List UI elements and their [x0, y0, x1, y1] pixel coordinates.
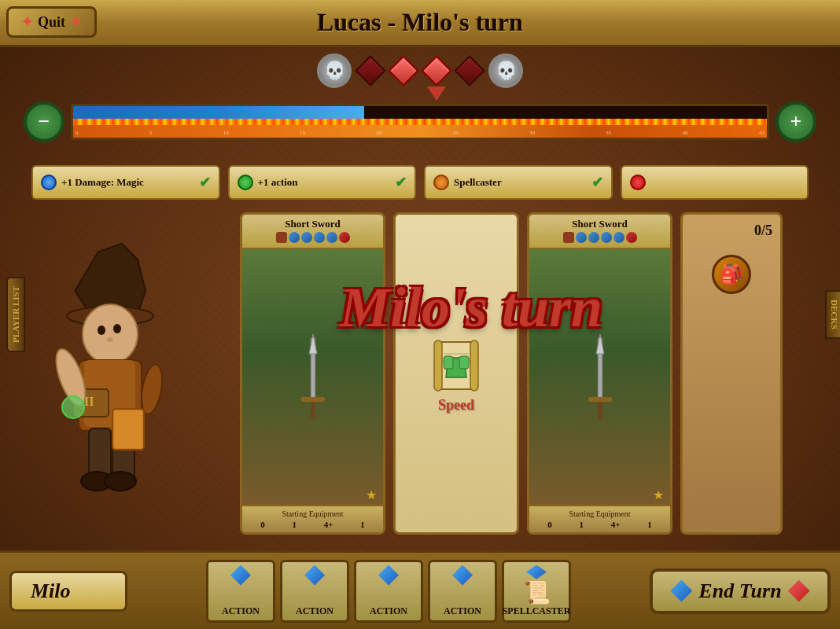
card-header-2: Short Sword — [529, 215, 670, 249]
status-badge-spellcaster: Spellcaster ✔ — [424, 165, 613, 200]
end-turn-gem-red — [788, 580, 810, 602]
svg-point-5 — [107, 337, 113, 342]
num-15: 15 — [300, 130, 305, 136]
stat-1-0: 0 — [260, 520, 265, 529]
card-icon-blue2 — [301, 232, 312, 243]
action-label-3: ACTION — [370, 605, 407, 617]
card-icon-cross-2 — [563, 232, 574, 243]
num-30: 30 — [529, 130, 535, 136]
num-43: 43 — [759, 130, 764, 136]
skull-right-icon: 💀 — [488, 53, 523, 88]
action-button-4[interactable]: ACTION — [428, 560, 497, 623]
card-icon-red — [339, 232, 350, 243]
svg-point-15 — [105, 472, 136, 491]
turn-arrow — [427, 86, 446, 101]
top-bar: Lucas - Milo's turn — [0, 0, 840, 47]
svg-rect-22 — [311, 402, 315, 419]
card-speed[interactable]: Speed — [393, 212, 519, 535]
card-title-1: Short Sword — [247, 218, 378, 230]
svg-rect-17 — [114, 410, 142, 448]
decks-tab[interactable]: DECKS — [825, 290, 840, 339]
card-icon-cross — [276, 232, 287, 243]
action-gem-3 — [378, 565, 399, 586]
svg-rect-35 — [598, 402, 602, 419]
check-spellcaster: ✔ — [591, 174, 603, 191]
stat-2-0: 0 — [547, 520, 552, 529]
action-button-2[interactable]: ACTION — [280, 560, 349, 623]
status-badge-action: +1 action ✔ — [228, 165, 417, 200]
end-turn-gem-blue — [670, 580, 692, 602]
num-0: 0 — [76, 130, 79, 136]
action-buttons: ACTION ACTION ACTION ACTION 📜 SPELLCASTE… — [134, 560, 643, 623]
player-name: Milo — [31, 579, 106, 603]
card-short-sword-2[interactable]: Short Sword ★ Starting Equipment 0 — [527, 212, 672, 535]
quit-right-icon: ✦ — [70, 13, 82, 31]
card-title-2: Short Sword — [534, 218, 665, 230]
badge-label-action: +1 action — [258, 176, 391, 189]
check-action: ✔ — [395, 174, 407, 191]
quit-label: Quit — [38, 14, 65, 31]
turn-gems: 💀 💀 — [317, 53, 523, 88]
plus-button[interactable] — [776, 101, 816, 142]
badge-gem-red — [630, 175, 646, 190]
end-turn-button[interactable]: End Turn — [650, 568, 831, 614]
quit-button[interactable]: ✦ Quit ✦ — [6, 6, 97, 38]
card-art-2 — [529, 249, 670, 505]
card-icon-red-2 — [626, 232, 637, 243]
svg-rect-31 — [459, 356, 469, 369]
stat-2-1: 1 — [580, 520, 584, 529]
stat-1-2: 4+ — [324, 520, 333, 529]
action-label-1: ACTION — [222, 605, 260, 617]
spellcaster-scroll-icon: 📜 — [523, 579, 551, 605]
badge-label-magic: +1 Damage: Magic — [61, 176, 194, 189]
card-stats-1: 0 1 4+ 1 — [247, 520, 378, 529]
action-label-4: ACTION — [444, 605, 481, 617]
badge-gem-orange — [433, 175, 449, 190]
svg-point-3 — [98, 326, 105, 335]
character-svg: II — [28, 236, 216, 519]
stat-2-3: 1 — [647, 520, 652, 529]
gem-4 — [454, 55, 485, 86]
num-10: 10 — [223, 130, 229, 136]
num-35: 35 — [606, 130, 611, 136]
status-badge-empty — [621, 165, 809, 200]
svg-rect-30 — [444, 356, 453, 369]
stat-1-3: 1 — [360, 520, 365, 529]
card-star-1: ★ — [366, 487, 377, 502]
gem-2 — [388, 55, 419, 86]
minus-button[interactable] — [24, 101, 64, 142]
progress-track: 0 5 10 15 20 25 30 35 40 43 — [71, 104, 769, 140]
card-star-2: ★ — [653, 487, 664, 502]
badge-gem-green — [238, 175, 253, 190]
card-icon-blue4 — [326, 232, 337, 243]
player-name-box: Milo — [9, 571, 127, 612]
svg-rect-24 — [434, 340, 442, 391]
card-subtitle-1: Starting Equipment — [247, 509, 378, 518]
card-short-sword-1[interactable]: Short Sword ★ Starting Equipment 0 — [240, 212, 385, 535]
num-5: 5 — [149, 130, 153, 136]
num-40: 40 — [683, 130, 688, 136]
card-icon-blue-2a — [576, 232, 587, 243]
action-button-1[interactable]: ACTION — [206, 560, 275, 623]
svg-point-18 — [62, 396, 84, 418]
card-art-1 — [242, 249, 383, 505]
svg-rect-34 — [588, 397, 612, 402]
quit-left-icon: ✦ — [21, 13, 33, 31]
action-gem-4 — [452, 565, 473, 586]
card-icon-blue3 — [314, 232, 325, 243]
empty-card-icon: 🎒 — [712, 255, 751, 294]
status-badge-magic: +1 Damage: Magic ✔ — [31, 165, 220, 200]
skull-left-icon: 💀 — [317, 53, 352, 88]
spellcaster-button[interactable]: 📜 SPELLCASTER — [502, 560, 571, 623]
svg-point-2 — [83, 304, 138, 364]
card-icons-1 — [247, 232, 378, 243]
spellcaster-art: 📜 — [523, 579, 551, 605]
card-footer-2: Starting Equipment 0 1 4+ 1 — [529, 505, 670, 532]
card-icons-2 — [534, 232, 665, 243]
empty-card-slot: 0/5 🎒 — [680, 212, 783, 535]
check-magic: ✔ — [199, 174, 211, 191]
svg-point-4 — [113, 324, 121, 333]
action-button-3[interactable]: ACTION — [354, 560, 423, 623]
track-numbers: 0 5 10 15 20 25 30 35 40 43 — [73, 130, 767, 136]
scroll-label: Speed — [438, 397, 474, 414]
